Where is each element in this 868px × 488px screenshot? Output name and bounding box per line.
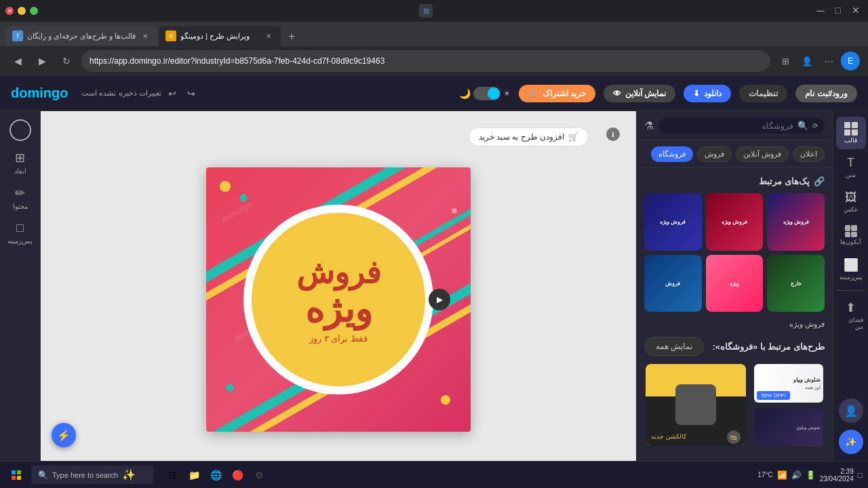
battery-icon: 🔋 bbox=[806, 470, 816, 480]
section-header: نمایش همه طرح‌های مرتبط با «فروشگاه»: bbox=[644, 337, 825, 356]
background-color-picker[interactable] bbox=[9, 119, 31, 141]
tool-background[interactable]: □ پس‌زمینه bbox=[4, 217, 37, 249]
icon-bar-upload[interactable]: ⬆ فضای من bbox=[836, 295, 866, 336]
chrome-icon: 🔴 bbox=[232, 470, 243, 481]
close-button[interactable]: ✕ bbox=[5, 7, 14, 15]
download-button[interactable]: ⬇ دانلود bbox=[684, 85, 731, 102]
cart-btn-icon: 🛒 bbox=[568, 132, 578, 142]
undo-button[interactable]: ↩ bbox=[164, 85, 180, 102]
minimize-button[interactable] bbox=[18, 7, 26, 15]
pack-mini-4: فروش bbox=[644, 255, 702, 312]
windows-button[interactable] bbox=[5, 464, 27, 486]
redo-button[interactable]: ↪ bbox=[183, 85, 199, 102]
eye-icon: 👁 bbox=[613, 89, 621, 98]
cart-icon: 🛒 bbox=[528, 89, 538, 98]
template-card-3[interactable]: نفوش وپاوي bbox=[753, 407, 825, 448]
pack-mini-5: ویژه bbox=[706, 255, 764, 312]
chrome-button[interactable]: 🔴 bbox=[228, 466, 247, 485]
add-to-cart-button[interactable]: 🛒 افزودن طرح به سبد خرید bbox=[469, 127, 589, 146]
tool-content[interactable]: ✏ محتوا bbox=[4, 182, 37, 214]
reload-button[interactable]: ↻ bbox=[57, 52, 76, 70]
plugin-button[interactable]: ⚡ bbox=[52, 423, 76, 447]
forward-button[interactable]: ▶ bbox=[33, 52, 52, 70]
edge-taskbar-button[interactable]: 🌐 bbox=[206, 466, 225, 485]
tab-favicon-2: d bbox=[165, 30, 176, 41]
tab-close-1[interactable]: ✕ bbox=[140, 30, 151, 41]
edge-icon[interactable]: E bbox=[841, 52, 860, 70]
back-button[interactable]: ◀ bbox=[8, 52, 27, 70]
extensions-icon[interactable]: ⊞ bbox=[776, 52, 795, 70]
icon-bar-photo[interactable]: 🖼 عکس bbox=[836, 185, 866, 218]
taskbar-search-box[interactable]: 🔍 Type here to search ✨ bbox=[31, 466, 153, 484]
pack-item-6[interactable]: خارج bbox=[767, 255, 825, 312]
template-card-2[interactable]: شلوش ویپاو این همه 50% OFF! bbox=[753, 363, 825, 404]
toggle-track[interactable] bbox=[473, 87, 500, 100]
tmpl-badge: 50% OFF! bbox=[757, 391, 789, 400]
tag-store[interactable]: فروشگاه bbox=[651, 146, 693, 162]
settings-taskbar-icon: ⚙ bbox=[255, 470, 264, 481]
pack-mini-3: فروش ویژه bbox=[767, 193, 825, 251]
pack-mini-2: فروش ویژه bbox=[706, 193, 764, 251]
browser-tab-1[interactable]: f قالب‌ها و طرح‌های حرفه‌ای و رایگان ✕ bbox=[5, 26, 157, 46]
sub-text: فقط برای ۳ روز bbox=[296, 333, 381, 344]
address-input[interactable] bbox=[81, 50, 770, 72]
filter-icon[interactable]: ⚗ bbox=[644, 119, 654, 132]
temperature-label: 17°C bbox=[757, 471, 772, 479]
browser-tab-2[interactable]: d ویرایش طرح | دومینگو ✕ bbox=[159, 26, 281, 46]
taskbar-app-icons: ⊟ 📁 🌐 🔴 ⚙ bbox=[163, 466, 269, 485]
link-icon: 🔗 bbox=[814, 176, 825, 186]
tag-sale[interactable]: فروش bbox=[697, 146, 732, 162]
notification-icon[interactable]: □ bbox=[858, 470, 863, 480]
icon-bar-icons[interactable]: آیکون‌ها bbox=[836, 220, 866, 251]
refresh-icon: ⟳ bbox=[812, 122, 818, 129]
login-button[interactable]: ورود/ثبت نام bbox=[795, 85, 857, 102]
pack-item-5[interactable]: ویژه bbox=[706, 255, 764, 312]
icon-bar-template[interactable]: قالب bbox=[836, 117, 866, 149]
new-tab-button[interactable]: + bbox=[282, 27, 301, 46]
profile-icon[interactable]: 👤 bbox=[797, 52, 816, 70]
info-button[interactable]: ℹ bbox=[606, 127, 620, 141]
win-close-btn[interactable]: ✕ bbox=[849, 5, 863, 17]
settings-button[interactable]: تنظیمات bbox=[739, 85, 787, 102]
photo-icon: 🖼 bbox=[845, 190, 857, 205]
explorer-button[interactable]: 📁 bbox=[184, 466, 203, 485]
dark-mode-toggle[interactable]: 🌙 ☀ bbox=[459, 87, 511, 100]
unsaved-text: تغییرات ذخیره نشده است bbox=[81, 89, 161, 98]
icon-bar-background[interactable]: ⬜ پس‌زمینه bbox=[836, 252, 866, 286]
unsaved-indicator: تغییرات ذخیره نشده است ↩ ↪ bbox=[81, 85, 199, 102]
tab-close-2[interactable]: ✕ bbox=[263, 30, 274, 41]
pack-item-1[interactable]: فروش ویژه bbox=[644, 193, 702, 251]
taskview-button[interactable]: ⊟ bbox=[163, 466, 182, 485]
win-maximize-btn[interactable]: □ bbox=[833, 5, 844, 17]
ai-icon: ✨ bbox=[845, 436, 856, 447]
main-text-1: فروش bbox=[296, 256, 381, 290]
icon-bar-text[interactable]: T متن bbox=[836, 150, 866, 184]
top-nav: domingo تغییرات ذخیره نشده است ↩ ↪ 🌙 ☀ 🛒… bbox=[0, 76, 868, 111]
taskbar-search-icon: 🔍 bbox=[38, 470, 48, 480]
folder-icon: 📁 bbox=[189, 470, 200, 481]
tool-dimensions[interactable]: ⊞ ابعاد bbox=[4, 146, 37, 179]
pack-item-2[interactable]: فروش ویژه bbox=[706, 193, 764, 251]
search-input[interactable] bbox=[666, 121, 793, 131]
tag-elan[interactable]: اعلان bbox=[793, 146, 825, 162]
taskbar-search-text: Type here to search bbox=[52, 471, 118, 479]
share-button[interactable]: 🛒 خرید اشتراک bbox=[519, 85, 595, 102]
pack-item-3[interactable]: فروش ویژه bbox=[767, 193, 825, 251]
settings-taskbar-button[interactable]: ⚙ bbox=[250, 466, 269, 485]
show-all-button[interactable]: نمایش همه bbox=[644, 337, 704, 356]
related-templates-title: طرح‌های مرتبط با «فروشگاه»: bbox=[712, 342, 825, 352]
template-card-1[interactable]: کالکشن جدید 🛍 bbox=[644, 363, 747, 448]
tag-online-sale[interactable]: فروش آنلاین bbox=[736, 146, 789, 162]
dimensions-icon: ⊞ bbox=[15, 150, 25, 165]
pack-item-4[interactable]: فروش bbox=[644, 255, 702, 312]
avatar-icon[interactable]: 👤 bbox=[839, 399, 863, 423]
panel-content: 🔗 پک‌های مرتبط فروش ویژه فروش ویژه bbox=[636, 168, 833, 488]
maximize-button[interactable] bbox=[30, 7, 38, 15]
preview-button[interactable]: 👁 نمایش آنلاین bbox=[604, 85, 675, 102]
win-minimize-btn[interactable]: ─ bbox=[814, 5, 827, 17]
more-options-icon[interactable]: ⋯ bbox=[819, 52, 838, 70]
ai-button[interactable]: ✨ bbox=[839, 430, 863, 454]
edge-taskbar-icon: 🌐 bbox=[210, 470, 222, 481]
templates-row: کالکشن جدید 🛍 شلوش ویپاو bbox=[644, 363, 825, 448]
collapse-panel-button[interactable]: ▶ bbox=[429, 289, 450, 310]
